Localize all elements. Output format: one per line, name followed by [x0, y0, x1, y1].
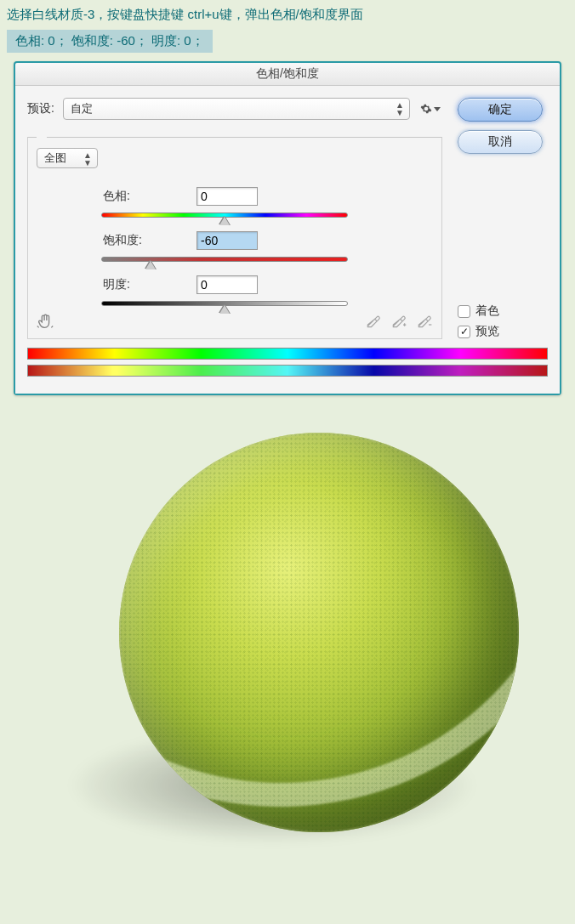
ok-button[interactable]: 确定: [458, 98, 543, 122]
output-color-strip: [27, 365, 548, 377]
lightness-slider[interactable]: [101, 299, 348, 308]
eyedropper-tool[interactable]: [365, 312, 382, 332]
eyedropper-add-tool[interactable]: [390, 312, 407, 332]
instruction-line-1: 选择白线材质-3，按键盘快捷键 ctrl+u键，弹出色相/饱和度界面: [0, 3, 575, 26]
eyedropper-subtract-tool[interactable]: [416, 312, 433, 332]
hand-icon: [36, 312, 54, 331]
hue-label: 色相:: [103, 189, 196, 204]
preset-select[interactable]: 自定 ▲▼: [63, 98, 410, 120]
hue-slider[interactable]: [101, 211, 348, 219]
saturation-label: 饱和度:: [103, 233, 196, 248]
eyedropper-icon: [365, 312, 382, 329]
lightness-input[interactable]: [196, 275, 258, 294]
adjustment-group: 全图 ▲▼ 色相:: [27, 137, 442, 339]
result-preview-image: [0, 416, 575, 866]
tennis-ball: [119, 433, 519, 832]
lightness-label: 明度:: [103, 277, 196, 292]
hue-saturation-dialog: 色相/饱和度 预设: 自定 ▲▼ 全图: [14, 61, 561, 395]
dialog-title: 色相/饱和度: [15, 63, 560, 86]
colorize-label: 着色: [475, 303, 499, 319]
preset-value: 自定: [71, 101, 93, 116]
colorize-checkbox[interactable]: [458, 305, 470, 318]
preset-options-button[interactable]: [418, 102, 442, 116]
channel-select[interactable]: 全图 ▲▼: [37, 148, 98, 168]
instruction-line-2: 色相: 0； 饱和度: -60； 明度: 0；: [7, 30, 213, 53]
cancel-button[interactable]: 取消: [458, 130, 543, 154]
tennis-ball-seam: [119, 433, 519, 832]
preset-label: 预设:: [27, 101, 54, 116]
chevron-down-icon: [434, 107, 441, 111]
preview-checkbox[interactable]: ✓: [458, 326, 470, 338]
updown-arrows-icon: ▲▼: [83, 151, 92, 167]
lightness-thumb[interactable]: [219, 305, 230, 314]
preview-label: 预览: [475, 324, 499, 339]
eyedropper-minus-icon: [416, 312, 433, 329]
saturation-input[interactable]: [196, 231, 258, 250]
saturation-slider[interactable]: [101, 255, 348, 264]
channel-value: 全图: [44, 150, 66, 166]
hue-input[interactable]: [196, 187, 258, 206]
saturation-thumb[interactable]: [145, 261, 156, 269]
eyedropper-plus-icon: [390, 312, 407, 329]
updown-arrows-icon: ▲▼: [396, 101, 404, 116]
targeted-adjustment-tool[interactable]: [33, 311, 57, 332]
saturation-track: [101, 257, 348, 262]
hue-thumb[interactable]: [219, 217, 230, 225]
input-color-strip: [27, 348, 548, 360]
gear-icon: [420, 103, 432, 115]
